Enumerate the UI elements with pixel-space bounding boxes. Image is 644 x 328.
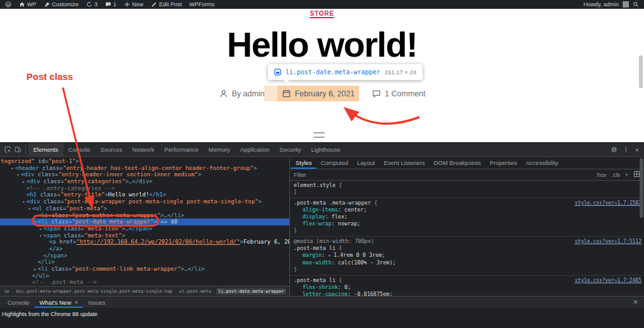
style-rule-header: .post-meta .meta-wrapper {style.css?ver=… xyxy=(294,200,641,206)
breadcrumb-item[interactable]: li.post-date.meta-wrapper xyxy=(216,288,286,295)
drawer-tab-issues[interactable]: Issues xyxy=(83,297,110,308)
devtools-tab-elements[interactable]: Elements xyxy=(28,143,64,156)
admin-bar-item-wpforms[interactable]: WPForms xyxy=(189,1,214,8)
admin-bar-item-1[interactable]: 1 xyxy=(105,1,116,8)
style-source-link[interactable]: style.css?ver=1.7:2502 xyxy=(570,200,641,206)
styles-tab-computed[interactable]: Computed xyxy=(316,157,353,169)
devtools-tab-security[interactable]: Security xyxy=(274,143,306,156)
close-tab-icon[interactable]: × xyxy=(74,299,78,306)
tree-line[interactable]: ▾<div class="post-meta-wrapper post-meta… xyxy=(0,198,289,205)
drawer-tab-what-s-new[interactable]: What's New× xyxy=(35,297,83,308)
expand-arrow-icon[interactable]: ▾ xyxy=(15,172,21,178)
settings-gear-icon[interactable] xyxy=(609,145,619,155)
tree-line[interactable]: </a> xyxy=(0,246,289,252)
search-icon[interactable] xyxy=(633,1,639,8)
post-date-highlighted[interactable]: February 6, 2021 xyxy=(277,86,359,101)
expand-arrow-icon[interactable]: ▸ xyxy=(38,226,43,232)
tree-line[interactable]: </ul> xyxy=(0,273,289,280)
drawer-tab-console[interactable]: Console xyxy=(3,297,35,308)
element-badge-icon xyxy=(274,69,281,76)
devtools-tab-memory[interactable]: Memory xyxy=(204,143,235,156)
edit-icon xyxy=(151,1,157,8)
drawer-close-icon[interactable]: × xyxy=(630,298,641,307)
post-author[interactable]: By admin xyxy=(219,89,265,98)
tree-line[interactable]: <!-- .post-meta --> xyxy=(0,279,289,286)
css-property[interactable]: align-items: center; xyxy=(294,206,641,213)
tree-line[interactable]: ▸<li class="post-comment-link meta-wrapp… xyxy=(0,266,289,273)
styles-toolbar-hov[interactable]: :hov xyxy=(596,172,606,178)
expand-arrow-icon[interactable]: ▾ xyxy=(9,166,15,172)
devtools-tab-console[interactable]: Console xyxy=(64,143,96,156)
style-source-link[interactable]: style.css?ver=1.7:2485 xyxy=(570,277,641,284)
breadcrumb-item[interactable]: div.post-meta-wrapper.post-meta-single.p… xyxy=(14,288,174,295)
howdy-link[interactable]: Howdy, admin xyxy=(584,1,619,8)
inspect-element-icon[interactable] xyxy=(3,145,13,155)
tree-line[interactable]: <!-- .entry-categories --> xyxy=(0,185,289,192)
devtools-tab-sources[interactable]: Sources xyxy=(95,143,127,156)
post-comments[interactable]: 1 Comment xyxy=(372,89,426,98)
devtools-tab-lighthouse[interactable]: Lighthouse xyxy=(306,143,345,156)
style-source-link[interactable]: style.css?ver=1.7:5112 xyxy=(570,238,641,245)
expand-arrow-icon[interactable]: ▸ xyxy=(32,266,38,273)
kebab-menu-icon[interactable] xyxy=(621,145,631,155)
admin-bar-item-wp[interactable]: WP xyxy=(19,1,36,8)
tree-line[interactable]: tegorized" id="post-1"> xyxy=(0,158,289,165)
device-toolbar-icon[interactable] xyxy=(13,145,23,155)
site-page: STORE Hello world! By admin February 6, … xyxy=(0,9,644,142)
styles-tab-styles[interactable]: Styles xyxy=(291,157,316,169)
admin-bar-item-customize[interactable]: Customize xyxy=(44,1,79,8)
wordpress-icon xyxy=(5,1,11,8)
style-rule-header: @media (min-width: 700px)style.css?ver=1… xyxy=(294,238,641,245)
css-property[interactable]: display: flex; xyxy=(294,213,641,220)
tree-line[interactable]: </span> xyxy=(0,252,289,259)
admin-bar-item-wp-label: WP xyxy=(27,1,36,8)
admin-bar-item-wpforms-label: WPForms xyxy=(189,1,214,8)
devtools: ElementsConsoleSourcesNetworkPerformance… xyxy=(0,142,644,328)
devtools-tab-performance[interactable]: Performance xyxy=(159,143,203,156)
styles-tab-accessibility[interactable]: Accessibility xyxy=(521,157,563,169)
calendar-icon xyxy=(282,89,291,98)
tree-line[interactable]: ▾<header class="entry-header has-text-al… xyxy=(0,165,289,172)
tree-line[interactable]: ▸<div class="entry-categories">…</div> xyxy=(0,178,289,185)
page-scrollbar[interactable] xyxy=(639,55,643,88)
tree-line[interactable]: <a href="http://192.168.64.2/wp/2021/02/… xyxy=(0,239,289,246)
styles-toolbar-cls[interactable]: .cls xyxy=(611,172,620,178)
expand-arrow-icon[interactable]: ▾ xyxy=(38,233,43,239)
css-property[interactable]: max-width: calc(100% - 3rem); xyxy=(294,259,641,266)
avatar[interactable] xyxy=(623,1,629,8)
styles-toolbar: :hov.cls+ xyxy=(596,171,640,179)
tree-line[interactable]: <h1 class="entry-title">Hello world!</h1… xyxy=(0,191,289,198)
breadcrumb-item[interactable]: ul.post-meta xyxy=(177,288,213,295)
expand-arrow-icon[interactable]: ▾ xyxy=(21,199,26,205)
expand-arrow-icon[interactable]: ▾ xyxy=(26,206,32,212)
tree-line[interactable]: ▾<div class="entry-header-inner section-… xyxy=(0,171,289,178)
styles-tab-layout[interactable]: Layout xyxy=(353,157,380,169)
store-link[interactable]: STORE xyxy=(0,10,644,17)
style-rule: @media (min-width: 700px)style.css?ver=1… xyxy=(290,237,644,276)
admin-bar-item-3[interactable]: 3 xyxy=(86,1,97,8)
css-property[interactable]: letter-spacing: -0.016875em; xyxy=(294,291,641,296)
admin-bar-item-new[interactable]: New xyxy=(124,1,143,8)
styles-scrollbar[interactable] xyxy=(640,158,643,218)
css-property[interactable]: margin: ▸ 1.4rem 0 0 3rem; xyxy=(294,252,641,259)
expand-arrow-icon[interactable]: ▸ xyxy=(21,179,26,185)
tree-line[interactable]: ▾<span class="meta-text"> xyxy=(0,232,289,239)
devtools-resize-handle[interactable] xyxy=(314,132,325,138)
screen: WPCustomize31NewEdit PostWPForms Howdy, … xyxy=(0,0,644,328)
admin-bar-item-wordpress[interactable] xyxy=(5,1,11,8)
styles-filter-input[interactable]: Filter xyxy=(294,172,591,178)
devtools-tab-application[interactable]: Application xyxy=(235,143,274,156)
styles-tab-properties[interactable]: Properties xyxy=(486,157,521,169)
styles-toolbar-new-rule[interactable]: + xyxy=(625,172,628,178)
devtools-close-icon[interactable]: × xyxy=(633,146,641,154)
devtools-tab-network[interactable]: Network xyxy=(127,143,159,156)
tree-line[interactable]: </li> xyxy=(0,259,289,266)
styles-tab-dom-breakpoints[interactable]: DOM Breakpoints xyxy=(430,157,486,169)
css-property[interactable]: flex-wrap: nowrap; xyxy=(294,220,641,227)
breadcrumb-item[interactable]: im xyxy=(2,288,11,295)
styles-tab-event-listeners[interactable]: Event Listeners xyxy=(379,157,429,169)
tree-line[interactable]: ▾<ul class="post-meta"> xyxy=(0,205,289,212)
styles-panel: StylesComputedLayoutEvent ListenersDOM B… xyxy=(290,157,644,296)
admin-bar-item-edit-post[interactable]: Edit Post xyxy=(151,1,182,8)
css-property[interactable]: flex-shrink: 0; xyxy=(294,284,641,291)
